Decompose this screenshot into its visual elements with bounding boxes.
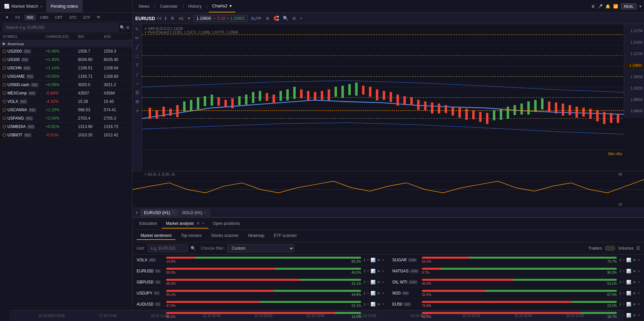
search-input[interactable] (3, 23, 118, 31)
market-watch-close[interactable]: × (40, 4, 42, 8)
chart-tab-eurusd[interactable]: EURUSD (H1) × (140, 209, 178, 216)
symbol-row[interactable]: MEXComp IND -0.84% 43507 43584 (0, 89, 132, 98)
symbol-row[interactable]: USFANG IND +2.04% 2703.4 2705.3 (0, 114, 132, 123)
sent-chart-icon[interactable]: 📊 (370, 258, 376, 262)
sent-chart-icon[interactable]: 📊 (626, 269, 631, 273)
sent-close-icon[interactable]: × (638, 302, 640, 307)
sent-chart-icon[interactable]: 📊 (370, 302, 376, 307)
add-search-icon[interactable]: 🔍 (191, 246, 196, 251)
sent-star-icon[interactable]: ★ (377, 302, 381, 307)
filter-star[interactable]: ★ (3, 14, 11, 20)
chart-tab-gold[interactable]: GOLD (H1) × (179, 209, 210, 216)
sent-info-icon[interactable]: ℹ (620, 258, 621, 262)
filter-cmd[interactable]: CMD (37, 14, 51, 20)
sent-close-icon[interactable]: × (382, 302, 384, 307)
subtab-market-sentiment[interactable]: Market sentiment (137, 232, 176, 240)
sent-info-icon[interactable]: ℹ (364, 291, 365, 296)
tf-h1[interactable]: H1 (178, 16, 185, 21)
symbol-row[interactable]: USMEDIA IND +0.81% 1313.90 1316.73 (0, 123, 132, 131)
pair-settings-icon[interactable]: ⚙ (169, 16, 176, 21)
sent-add-icon[interactable]: + (623, 302, 625, 307)
sent-add-icon[interactable]: + (623, 269, 625, 273)
search-icon[interactable]: 🔍 (120, 25, 125, 30)
line-icon[interactable]: ╱ (135, 44, 140, 51)
subtab-top-movers[interactable]: Top movers (177, 232, 206, 240)
sent-add-icon[interactable]: + (623, 291, 625, 296)
sent-star-icon[interactable]: ★ (377, 280, 381, 284)
grid-icon[interactable]: ⊞ (126, 25, 130, 30)
tab-market-analysis[interactable]: Market analysis ⚙ × (162, 219, 208, 229)
symbol-row[interactable]: USBIOT IND -0.51% 1010.35 1012.42 (0, 131, 132, 139)
sent-star-icon[interactable]: ★ (633, 302, 636, 307)
sent-star-icon[interactable]: ★ (377, 269, 381, 273)
pair-info-icon[interactable]: ℹ (164, 16, 167, 21)
tab-history[interactable]: History (185, 0, 205, 12)
bell-icon[interactable]: 🔔 (605, 4, 610, 9)
subtab-etf-scanner[interactable]: ETF scanner (270, 232, 301, 240)
sent-chart-icon[interactable]: 📊 (370, 269, 376, 273)
layer-icon[interactable]: ☰ (134, 89, 140, 96)
sent-star-icon[interactable]: ★ (633, 258, 636, 262)
shape-icon[interactable]: □ (135, 53, 140, 60)
tab-education[interactable]: Education (135, 219, 161, 229)
symbol-row[interactable]: USCANNA IND +1.20% 568.53 574.41 (0, 106, 132, 114)
sent-info-icon[interactable]: ℹ (620, 269, 621, 273)
market-analysis-tab-settings[interactable]: ⚙ (197, 221, 200, 225)
sent-chart-icon[interactable]: 📊 (626, 302, 631, 307)
sent-close-icon[interactable]: × (638, 258, 640, 262)
tab-open-positions[interactable]: Open positions (209, 219, 244, 229)
sent-close-icon[interactable]: × (382, 291, 384, 296)
filter-select[interactable]: Custom (227, 244, 294, 252)
sent-add-icon[interactable]: + (367, 291, 369, 296)
sent-close-icon[interactable]: × (382, 258, 384, 262)
sent-star-icon[interactable]: ★ (633, 280, 636, 284)
subtab-heatmap[interactable]: Heatmap (244, 232, 268, 240)
fib-icon[interactable]: 𝑓 (136, 71, 139, 78)
sent-close-icon[interactable]: × (382, 280, 384, 284)
sent-chart-icon[interactable]: 📊 (370, 280, 376, 284)
sent-add-icon[interactable]: + (367, 258, 369, 262)
zoom-icon[interactable]: 🔍 (282, 16, 289, 21)
market-watch-tab[interactable]: 📈 Market Watch × (0, 0, 46, 12)
sent-info-icon[interactable]: ℹ (364, 269, 365, 273)
list-view-icon[interactable]: ☰ (636, 246, 640, 251)
sent-close-icon[interactable]: × (382, 269, 384, 273)
sent-info-icon[interactable]: ℹ (620, 280, 621, 284)
tab-news[interactable]: News (135, 0, 153, 12)
symbol-row[interactable]: US2000 IND +0.48% 1558.7 1559.3 (0, 47, 132, 56)
pen-icon[interactable]: ✏ (134, 35, 140, 42)
text-icon[interactable]: T (135, 62, 140, 69)
sent-chart-icon[interactable]: 📊 (626, 313, 631, 318)
filter-stc[interactable]: STC (67, 14, 80, 20)
filter-crt[interactable]: CRT (52, 14, 65, 20)
sent-close-icon[interactable]: × (638, 269, 640, 273)
measure-icon[interactable]: ↔ (134, 80, 140, 87)
sent-info-icon[interactable]: ℹ (620, 302, 621, 307)
account-dropdown[interactable]: ▾ (639, 4, 641, 9)
zoom-in-icon[interactable]: ⊕ (291, 16, 297, 21)
symbol-row[interactable]: US500.cash IND +0.59% 3020.0 3021.2 (0, 81, 132, 89)
charts2-dropdown-icon[interactable]: ▾ (230, 3, 232, 8)
sent-add-icon[interactable]: + (623, 280, 625, 284)
sent-add-icon[interactable]: + (623, 258, 625, 262)
sent-info-icon[interactable]: ℹ (620, 291, 621, 296)
filter-fx[interactable]: FX (13, 14, 23, 20)
settings-icon[interactable]: ⚙ (134, 98, 140, 105)
eurusd-tab-close[interactable]: × (172, 211, 174, 214)
gold-tab-close[interactable]: × (204, 211, 206, 214)
sent-star-icon[interactable]: ★ (377, 258, 381, 262)
sent-star-icon[interactable]: ★ (633, 291, 636, 296)
crosshair-icon[interactable]: ⊕ (265, 16, 270, 21)
sent-info-icon[interactable]: ℹ (364, 258, 365, 262)
add-indicator-icon[interactable]: + (299, 16, 304, 21)
add-symbol-input[interactable] (148, 244, 188, 252)
filter-etf[interactable]: ETF (81, 14, 93, 20)
sent-close-icon[interactable]: × (638, 291, 640, 296)
sent-chart-icon[interactable]: 📊 (626, 291, 631, 296)
sent-close-icon[interactable]: × (638, 313, 640, 318)
add-chart-btn[interactable]: + (134, 210, 140, 216)
sent-chart-icon[interactable]: 📊 (626, 280, 631, 284)
sent-star-icon[interactable]: ★ (377, 291, 381, 296)
sltp-btn[interactable]: SL/TP (250, 16, 263, 21)
symbol-row[interactable]: VOLX IND -4.32% 15.28 15.40 (0, 98, 132, 106)
